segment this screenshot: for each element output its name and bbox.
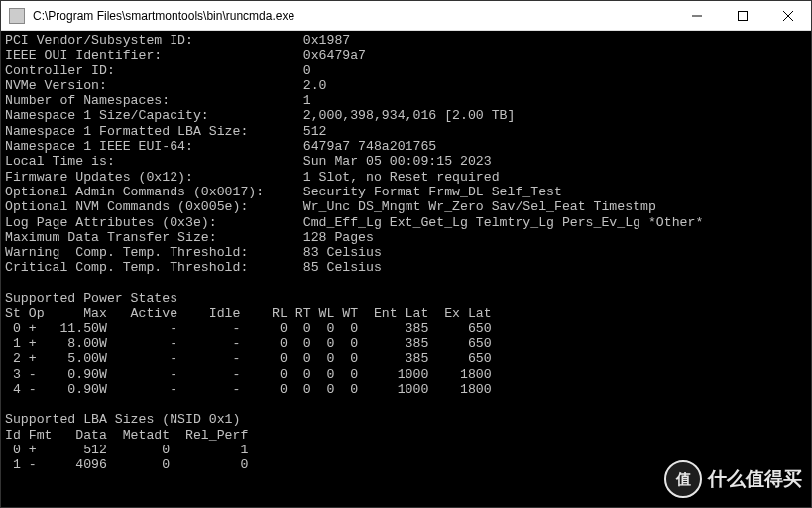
app-window: C:\Program Files\smartmontools\bin\runcm… bbox=[0, 0, 812, 508]
titlebar[interactable]: C:\Program Files\smartmontools\bin\runcm… bbox=[1, 1, 811, 31]
maximize-button[interactable] bbox=[720, 1, 765, 31]
minimize-button[interactable] bbox=[674, 1, 720, 31]
svg-rect-1 bbox=[739, 11, 748, 20]
close-icon bbox=[783, 11, 793, 21]
minimize-icon bbox=[692, 11, 702, 21]
app-icon bbox=[9, 8, 25, 24]
maximize-icon bbox=[738, 11, 748, 21]
window-title: C:\Program Files\smartmontools\bin\runcm… bbox=[33, 9, 674, 23]
close-button[interactable] bbox=[765, 1, 811, 31]
window-controls bbox=[674, 1, 811, 31]
terminal-output[interactable]: PCI Vendor/Subsystem ID: 0x1987 IEEE OUI… bbox=[1, 31, 811, 507]
